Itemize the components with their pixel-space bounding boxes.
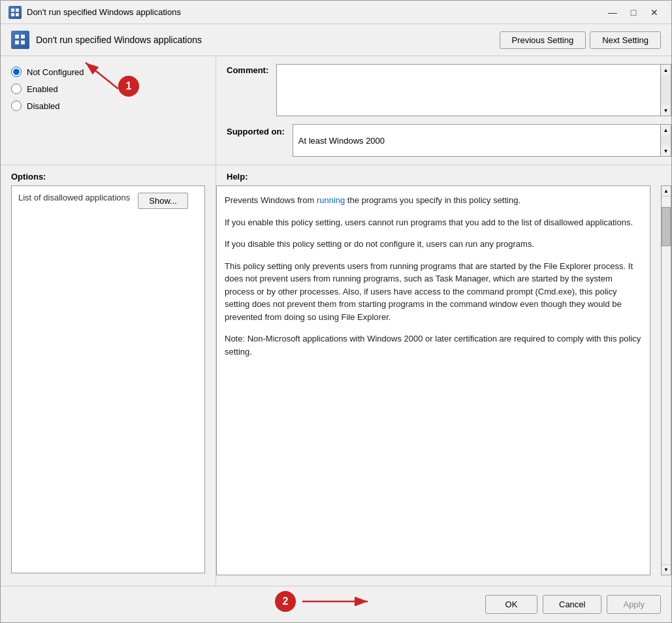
help-para-1: Prevents Windows from running the progra… — [225, 194, 642, 207]
help-content-wrapper: Prevents Windows from running the progra… — [216, 185, 671, 575]
help-para-4: This policy setting only prevents users … — [225, 260, 642, 324]
comment-scroll-track — [661, 75, 671, 105]
dialog-header-left: Don't run specified Windows applications — [11, 31, 202, 49]
svg-line-9 — [86, 63, 118, 89]
radio-panel: Not Configured Enabled Disabled — [1, 56, 216, 165]
minimize-button[interactable]: — — [603, 5, 622, 20]
main-two-col: Options: List of disallowed applications… — [1, 165, 671, 586]
main-window: Don't run specified Windows applications… — [0, 0, 672, 623]
help-box: Prevents Windows from running the progra… — [216, 185, 650, 575]
title-bar-left: Don't run specified Windows applications — [8, 6, 181, 19]
help-scroll-thumb[interactable] — [662, 207, 671, 246]
supported-scroll-down[interactable]: ▼ — [661, 146, 671, 156]
help-scroll-up[interactable]: ▲ — [662, 186, 671, 197]
radio-disabled-input[interactable] — [11, 101, 22, 111]
dialog-icon — [11, 31, 29, 49]
options-list-label: List of disallowed applications — [18, 193, 130, 202]
options-box: List of disallowed applications Show... — [11, 185, 205, 573]
options-column: Options: List of disallowed applications… — [1, 165, 216, 586]
radio-not-configured-label: Not Configured — [27, 67, 84, 77]
radio-not-configured-input[interactable] — [11, 67, 22, 77]
svg-rect-5 — [21, 35, 25, 39]
title-bar: Don't run specified Windows applications… — [1, 1, 671, 24]
show-button[interactable]: Show... — [138, 193, 188, 209]
title-controls: — □ ✕ — [603, 5, 664, 20]
comment-scroll-down[interactable]: ▼ — [661, 105, 671, 116]
close-button[interactable]: ✕ — [645, 5, 664, 20]
help-para-5: Note: Non-Microsoft applications with Wi… — [225, 332, 642, 358]
window-title: Don't run specified Windows applications — [27, 7, 181, 17]
annotation-circle-1: 1 — [118, 76, 139, 97]
previous-setting-button[interactable]: Previous Setting — [500, 31, 586, 49]
svg-rect-3 — [16, 13, 19, 16]
supported-label: Supported on: — [227, 124, 285, 136]
top-area: Not Configured Enabled Disabled — [1, 56, 671, 165]
comment-input-wrapper: ▲ ▼ — [276, 64, 671, 116]
help-highlight-1: running — [317, 195, 345, 205]
next-setting-button[interactable]: Next Setting — [590, 31, 661, 49]
options-title: Options: — [1, 165, 216, 185]
svg-rect-1 — [16, 8, 19, 12]
supported-value: At least Windows 2000 — [293, 124, 661, 157]
annotation-2-group: 2 — [275, 591, 374, 612]
apply-button[interactable]: Apply — [607, 595, 661, 614]
help-column: Help: Prevents Windows from running the … — [216, 165, 671, 586]
svg-rect-7 — [21, 40, 25, 44]
annotation-1-group: 1 — [118, 76, 139, 97]
annotation-2-arrow — [296, 594, 374, 609]
help-scrollbar: ▲ ▼ — [661, 185, 671, 575]
help-title: Help: — [216, 165, 671, 185]
supported-scroll-up[interactable]: ▲ — [661, 125, 671, 135]
bottom-bar: 2 OK Cancel Apply — [1, 586, 671, 622]
maximize-button[interactable]: □ — [624, 5, 643, 20]
help-scroll-down[interactable]: ▼ — [662, 564, 671, 575]
cancel-button[interactable]: Cancel — [543, 595, 601, 614]
radio-disabled[interactable]: Disabled — [11, 101, 205, 111]
comment-scrollbar: ▲ ▼ — [661, 64, 671, 116]
nav-buttons: Previous Setting Next Setting — [500, 31, 662, 49]
comment-section: Comment: ▲ ▼ — [227, 64, 671, 116]
right-top-panel: Comment: ▲ ▼ Supported on: At least Wind… — [216, 56, 671, 165]
supported-scrollbar: ▲ ▼ — [661, 124, 671, 157]
svg-rect-0 — [11, 8, 14, 12]
comment-label: Comment: — [227, 64, 268, 75]
ok-button[interactable]: OK — [485, 595, 537, 614]
window-icon — [8, 6, 22, 19]
radio-enabled-input[interactable] — [11, 84, 22, 94]
help-para-2: If you enable this policy setting, users… — [225, 216, 642, 229]
help-scroll-track — [662, 246, 671, 564]
annotation-circle-2: 2 — [275, 591, 296, 612]
comment-textarea[interactable] — [276, 64, 661, 116]
supported-section: Supported on: At least Windows 2000 ▲ ▼ — [227, 124, 671, 157]
radio-disabled-label: Disabled — [27, 101, 60, 111]
radio-enabled-label: Enabled — [27, 84, 58, 94]
comment-scroll-up[interactable]: ▲ — [661, 65, 671, 75]
svg-rect-2 — [11, 13, 14, 16]
svg-rect-4 — [15, 35, 19, 39]
supported-scroll-track — [661, 135, 671, 146]
dialog-title: Don't run specified Windows applications — [36, 35, 202, 45]
help-para-3: If you disable this policy setting or do… — [225, 238, 642, 251]
supported-box-wrapper: At least Windows 2000 ▲ ▼ — [293, 124, 671, 157]
dialog-header: Don't run specified Windows applications… — [1, 24, 671, 56]
svg-rect-6 — [15, 40, 19, 44]
